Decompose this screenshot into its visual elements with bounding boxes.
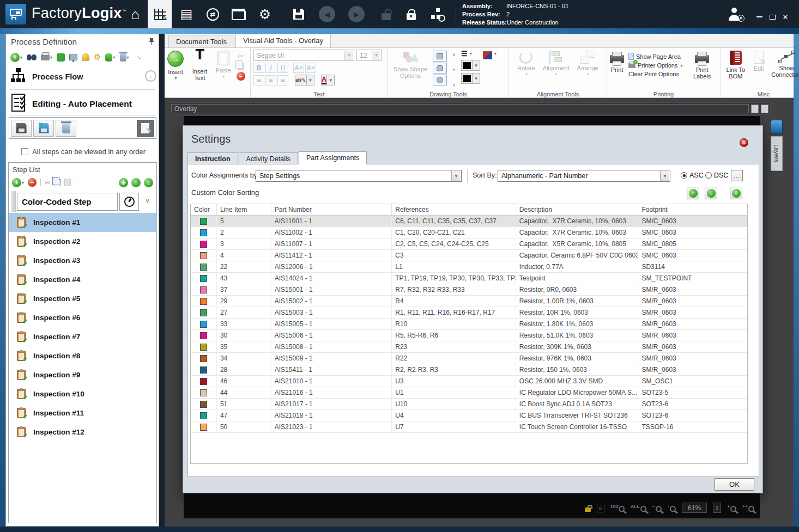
table-row[interactable]: 43AIS14024 - 1TP1, TP19, TP19, TP30, TP3… — [191, 273, 747, 284]
step-timer-button[interactable] — [119, 193, 139, 211]
show-page-area-button[interactable]: Show Page Area — [628, 53, 682, 60]
ok-button[interactable]: OK — [715, 478, 754, 491]
sync-icon[interactable]: ⇄ — [201, 0, 225, 28]
table-row[interactable]: 29AIS15002 - 1R4Resistor, 1.00R 1%, 0603… — [191, 296, 747, 307]
step-list-item[interactable]: ✔Inspection #11 — [9, 403, 156, 423]
print-icon[interactable]: ▾ — [41, 54, 52, 60]
overlay-edit-icon[interactable] — [761, 105, 768, 113]
remove-step-icon[interactable]: − — [28, 178, 37, 187]
unlock-icon[interactable] — [374, 0, 398, 28]
table-row[interactable]: 30AIS15006 - 1R5, R5-R6, R6Resistor, 51.… — [191, 330, 747, 341]
home-icon[interactable]: ⌂ — [123, 0, 147, 28]
bold-button[interactable]: B — [253, 63, 264, 73]
color-swatch[interactable] — [200, 366, 207, 374]
table-row[interactable]: 3AIS11007 - 1C2, C5, C5, C24, C24-C25, C… — [191, 239, 747, 250]
column-header-color[interactable]: Color — [191, 204, 217, 215]
layers-panel-icon[interactable] — [771, 120, 783, 134]
arrange-button[interactable]: Arrange▾ — [577, 50, 598, 90]
redo-forward-icon[interactable]: ▶ — [344, 0, 368, 28]
process-definition-icon[interactable]: ✎ — [148, 0, 172, 28]
cut-icon[interactable]: ✂ — [238, 52, 244, 60]
shape-more-icon[interactable]: ⇟ — [452, 83, 456, 88]
font-family-select[interactable]: Segoe UI▼ — [253, 50, 354, 61]
step-list-item[interactable]: ✔Inspection #9 — [9, 365, 156, 384]
add-icon[interactable]: +▾ — [10, 53, 22, 62]
color-swatch[interactable] — [200, 264, 207, 271]
zoom-level-value[interactable]: 61% — [682, 503, 707, 513]
font-color-select[interactable]: A▼ — [321, 75, 335, 85]
shape-style-icon[interactable] — [483, 51, 492, 59]
column-header-references[interactable]: References — [392, 204, 516, 215]
tab-visual-aid-tools[interactable]: Visual Aid Tools - Overlay — [235, 34, 331, 47]
color-swatch[interactable] — [200, 286, 207, 293]
step-list-item[interactable]: ✔Inspection #4 — [9, 270, 156, 289]
save-icon[interactable] — [287, 0, 311, 28]
color-swatch[interactable] — [200, 309, 207, 316]
grow-font-button[interactable]: A˄ — [293, 63, 304, 73]
clear-print-options-button[interactable]: Clear Print Options — [628, 71, 682, 77]
release-documents-icon[interactable]: ▤ — [174, 0, 198, 28]
alignment-button[interactable]: Alignment▾ — [543, 50, 570, 90]
italic-button[interactable]: I — [265, 63, 276, 73]
move-step-down-icon[interactable]: ↓ — [144, 178, 153, 187]
add-step-icon[interactable]: +▾ — [12, 178, 24, 187]
step-list-item[interactable]: ✔Inspection #10 — [9, 384, 156, 403]
printer-options-button[interactable]: ?Printer Options▾ — [628, 62, 682, 69]
print-labels-button[interactable]: Print Labels — [687, 50, 717, 90]
copy-step-icon[interactable] — [55, 179, 60, 186]
step-list-item[interactable]: ✔Inspection #5 — [9, 289, 156, 308]
step-list-item[interactable]: ✔Inspection #1 — [9, 213, 156, 232]
move-color-down-button[interactable]: ↓ — [705, 187, 717, 199]
zoom-out-icon[interactable]: - — [668, 504, 676, 512]
zoom-all-icon[interactable]: ALL — [631, 504, 646, 512]
tab-instruction[interactable]: Instruction — [187, 152, 238, 164]
zoom-in-icon[interactable]: + — [727, 504, 736, 512]
discard-step-button[interactable] — [56, 120, 76, 137]
align-left-button[interactable]: ≡ — [253, 75, 264, 85]
paste-button[interactable]: Paste▾ — [216, 50, 231, 90]
apply-color-icon[interactable]: ✚ — [119, 178, 128, 187]
table-row[interactable]: 51AIS21017 - 1U10IC Boost Sync ADJ 0.1A … — [191, 399, 747, 410]
line-weight-icon[interactable]: ☰ — [461, 50, 468, 58]
settings-gear-icon[interactable]: ⚙ — [253, 0, 277, 28]
tab-part-assignments[interactable]: Part Assignments — [299, 151, 367, 164]
color-swatch[interactable] — [200, 229, 207, 236]
color-swatch[interactable] — [200, 378, 207, 385]
maximize-button[interactable] — [767, 12, 777, 22]
table-row[interactable]: 22AIS12006 - 1L1Inductor, 0.77ASD3114 — [191, 261, 747, 273]
print-button[interactable]: Print — [610, 50, 624, 90]
collapse-arrow-icon[interactable]: ↘ — [137, 54, 141, 60]
highlight-color-select[interactable]: ab✎▼ — [295, 75, 314, 85]
underline-button[interactable]: U — [277, 63, 288, 73]
column-header-footprint[interactable]: Footprint — [638, 204, 747, 215]
color-swatch[interactable] — [200, 344, 207, 351]
color-swatch[interactable] — [200, 298, 207, 305]
sort-by-select[interactable]: Alphanumeric - Part Number▼ — [498, 170, 670, 182]
column-header-description[interactable]: Description — [516, 204, 639, 215]
components-icon[interactable] — [57, 53, 65, 62]
recycle-icon[interactable]: ▾ — [120, 53, 129, 62]
edit-mode-toggle-button[interactable] — [137, 120, 154, 137]
step-list-item[interactable]: ✔Inspection #2 — [9, 232, 156, 251]
rectangle-shape-button[interactable] — [433, 51, 447, 62]
step-list-item[interactable]: ✔Inspection #12 — [9, 423, 156, 442]
fill-color-select[interactable]: ▼ — [461, 73, 480, 84]
color-swatch[interactable] — [200, 321, 207, 328]
color-swatch[interactable] — [200, 389, 207, 396]
table-row[interactable]: 34AIS15009 - 1R22Resistor, 976K 1%, 0603… — [191, 353, 747, 364]
step-list-item[interactable]: ✔Inspection #6 — [9, 308, 156, 327]
insert-text-button[interactable]: TInsert Text — [187, 50, 213, 90]
color-swatch[interactable] — [200, 275, 207, 282]
shape-scroll-up-icon[interactable]: ▲ — [452, 52, 456, 57]
view-order-checkbox[interactable] — [21, 148, 28, 155]
table-row[interactable]: 46AIS21010 - 1U3OSC 26.000 MHZ 3.3V SMDS… — [191, 376, 747, 387]
user-logoff-icon[interactable]: ✕ — [728, 8, 741, 23]
chevron-down-icon[interactable]: ˅ — [146, 198, 149, 205]
process-flow-row[interactable]: Process Flow — [10, 67, 154, 87]
table-row[interactable]: 33AIS15005 - 1R10Resistor, 1.80K 1%, 060… — [191, 319, 747, 330]
table-row[interactable]: 4AIS11412 - 1C3Capacitor, Ceramic 6.8PF … — [191, 250, 747, 261]
column-header-line-item[interactable]: Line Item — [217, 204, 271, 215]
table-row[interactable]: 35AIS15008 - 1R23Resistor, 309K 1%, 0603… — [191, 341, 747, 353]
rounded-rectangle-shape-button[interactable] — [433, 63, 447, 74]
lock-close-icon[interactable]: ✕ — [399, 0, 423, 28]
